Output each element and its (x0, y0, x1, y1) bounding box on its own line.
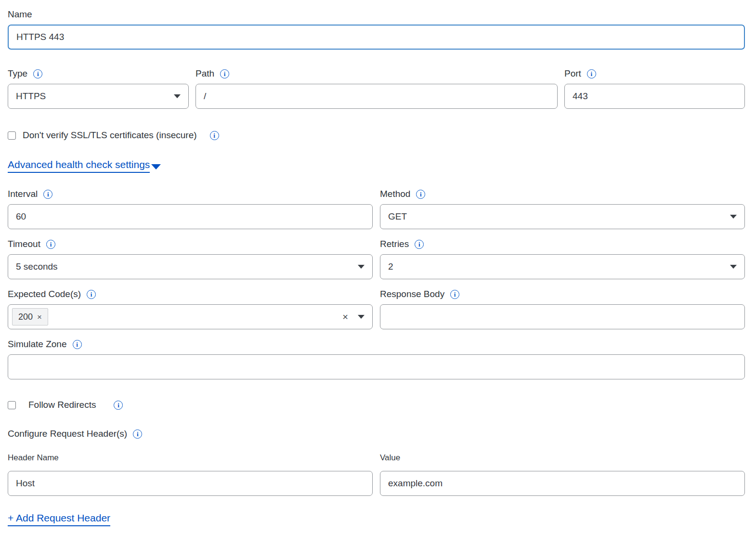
codes-body-row: Expected Code(s) i 200 × × Response Body… (8, 288, 745, 329)
add-request-header-link-text: + Add Request Header (8, 512, 110, 526)
retries-select-value: 2 (388, 261, 393, 272)
method-select[interactable]: GET (380, 204, 745, 229)
advanced-settings-link[interactable]: Advanced health check settings (8, 159, 161, 173)
chevron-down-icon (358, 265, 365, 269)
chevron-down-icon (730, 215, 737, 219)
method-label-text: Method (380, 188, 410, 200)
method-select-value: GET (388, 211, 407, 222)
expected-code-tag-text: 200 (18, 312, 33, 322)
advanced-settings-link-text: Advanced health check settings (8, 159, 150, 173)
timeout-select[interactable]: 5 seconds (8, 254, 373, 279)
follow-redirects-checkbox[interactable] (8, 401, 16, 409)
path-input[interactable] (196, 84, 558, 109)
port-input[interactable] (564, 84, 745, 109)
simulate-zone-label: Simulate Zone i (8, 338, 745, 350)
timeout-retries-row: Timeout i 5 seconds Retries i 2 (8, 238, 745, 279)
interval-info-icon[interactable]: i (43, 190, 52, 199)
timeout-label: Timeout i (8, 238, 373, 250)
port-label: Port i (564, 68, 745, 79)
header-value-column-label: Value (380, 453, 745, 463)
ssl-verify-info-icon[interactable]: i (210, 131, 219, 140)
type-select-value: HTTPS (16, 91, 46, 102)
interval-label: Interval i (8, 188, 373, 200)
request-headers-info-icon[interactable]: i (133, 429, 142, 439)
simulate-zone-label-text: Simulate Zone (8, 338, 67, 350)
response-body-input[interactable] (380, 304, 745, 329)
request-header-row: Header Name Value (8, 453, 745, 496)
expected-codes-multiselect[interactable]: 200 × × (8, 304, 373, 329)
timeout-label-text: Timeout (8, 238, 40, 250)
chevron-down-icon[interactable] (358, 315, 365, 319)
method-info-icon[interactable]: i (416, 190, 425, 199)
add-request-header-link[interactable]: + Add Request Header (8, 512, 110, 526)
retries-select[interactable]: 2 (380, 254, 745, 279)
retries-info-icon[interactable]: i (415, 240, 424, 249)
follow-redirects-info-icon[interactable]: i (114, 401, 123, 410)
triangle-down-icon (151, 164, 161, 169)
port-label-text: Port (564, 68, 581, 79)
expected-codes-label-text: Expected Code(s) (8, 288, 81, 300)
response-body-label-text: Response Body (380, 288, 444, 300)
timeout-select-value: 5 seconds (16, 261, 58, 272)
simulate-zone-info-icon[interactable]: i (73, 340, 82, 349)
expected-codes-field: Expected Code(s) i 200 × × (8, 288, 373, 329)
type-info-icon[interactable]: i (33, 69, 42, 78)
ssl-verify-checkbox-label: Don't verify SSL/TLS certificates (insec… (23, 130, 197, 141)
header-value-field: Value (380, 453, 745, 496)
port-info-icon[interactable]: i (587, 69, 596, 78)
timeout-field: Timeout i 5 seconds (8, 238, 373, 279)
header-name-field: Header Name (8, 453, 373, 496)
header-value-input[interactable] (380, 471, 745, 496)
port-field: Port i (564, 68, 745, 109)
health-check-form: Name Type i HTTPS Path i Port i (0, 0, 756, 533)
request-headers-label-text: Configure Request Header(s) (8, 428, 127, 440)
expected-codes-label: Expected Code(s) i (8, 288, 373, 300)
response-body-label: Response Body i (380, 288, 745, 300)
interval-input[interactable] (8, 204, 373, 229)
method-field: Method i GET (380, 188, 745, 229)
follow-redirects-label: Follow Redirects (28, 400, 96, 410)
retries-label-text: Retries (380, 238, 409, 250)
response-body-field: Response Body i (380, 288, 745, 329)
name-label-text: Name (8, 9, 32, 20)
header-name-column-label: Header Name (8, 453, 373, 463)
type-field: Type i HTTPS (8, 68, 189, 109)
expected-code-tag: 200 × (12, 308, 48, 325)
path-field: Path i (196, 68, 558, 109)
tag-remove-icon[interactable]: × (37, 313, 42, 321)
retries-field: Retries i 2 (380, 238, 745, 279)
expected-codes-info-icon[interactable]: i (87, 290, 96, 299)
path-label-text: Path (196, 68, 214, 79)
type-label-text: Type (8, 68, 27, 79)
name-input[interactable] (8, 25, 745, 50)
clear-icon[interactable]: × (342, 312, 348, 322)
type-select[interactable]: HTTPS (8, 84, 189, 109)
type-label: Type i (8, 68, 189, 79)
path-info-icon[interactable]: i (220, 69, 229, 78)
request-headers-label: Configure Request Header(s) i (8, 428, 745, 440)
response-body-info-icon[interactable]: i (450, 290, 459, 299)
path-label: Path i (196, 68, 558, 79)
add-header-row: + Add Request Header (8, 512, 745, 526)
ssl-verify-checkbox[interactable] (8, 131, 16, 140)
chevron-down-icon (730, 265, 737, 269)
interval-method-row: Interval i Method i GET (8, 188, 745, 229)
retries-label: Retries i (380, 238, 745, 250)
advanced-settings-row: Advanced health check settings (8, 159, 745, 173)
simulate-zone-input[interactable] (8, 354, 745, 379)
interval-field: Interval i (8, 188, 373, 229)
simulate-zone-field: Simulate Zone i (8, 338, 745, 379)
timeout-info-icon[interactable]: i (46, 240, 55, 249)
method-label: Method i (380, 188, 745, 200)
interval-label-text: Interval (8, 188, 38, 200)
ssl-verify-checkbox-row: Don't verify SSL/TLS certificates (insec… (8, 130, 745, 141)
name-label: Name (8, 9, 745, 20)
follow-redirects-row: Follow Redirects i (8, 400, 745, 410)
type-path-port-row: Type i HTTPS Path i Port i (8, 68, 745, 109)
chevron-down-icon (174, 94, 181, 98)
header-name-input[interactable] (8, 471, 373, 496)
